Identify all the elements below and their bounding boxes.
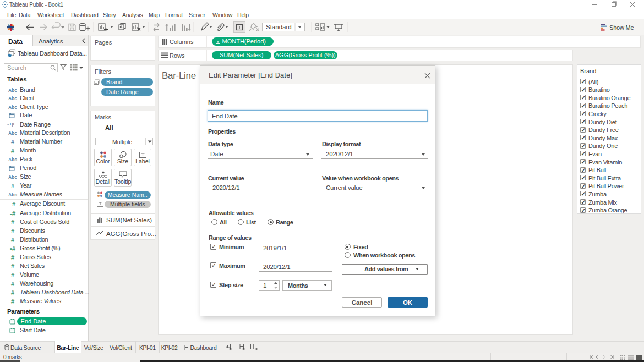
svg-text:Standard: Standard — [266, 24, 292, 30]
